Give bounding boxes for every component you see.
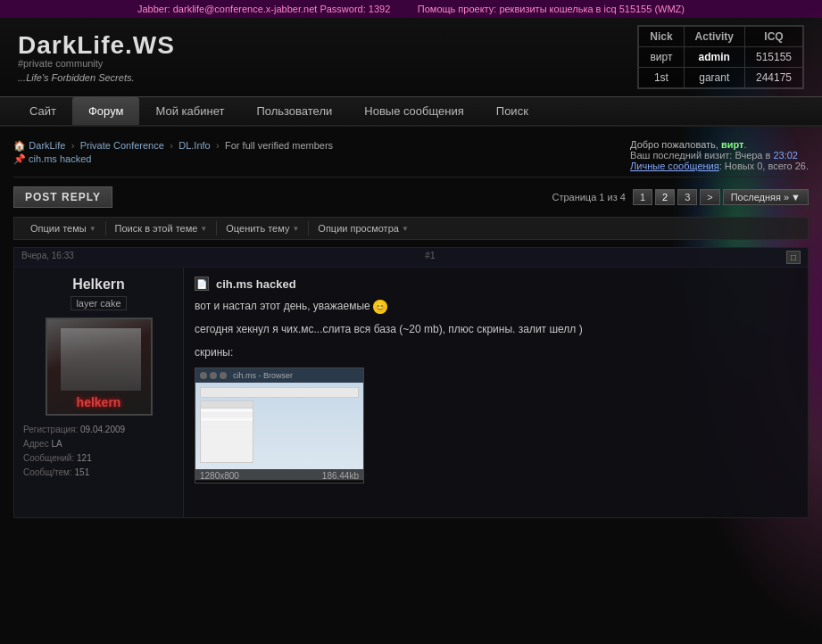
last-page-label: Последняя » [731,192,789,202]
option-search-arrow: ▼ [200,225,207,233]
last-visit-line: Ваш последний визит: Вчера в 23:02 [630,150,809,161]
stats-activity-1: admin [684,47,744,68]
option-rate[interactable]: Оценить тему ▼ [217,221,309,235]
post-user-column: Helkern layer cake helkern Регистрация: … [14,268,184,517]
post-text-1: вот и настал этот день, уважаемые 😊 [195,298,797,314]
smiley-icon: 😊 [373,300,387,314]
posts-count: 121 [77,453,92,463]
logo-tagline: ...Life's Forbidden Secrets. [18,72,637,83]
post-timestamp: Вчера, 16:33 [21,251,74,264]
option-search-label: Поиск в этой теме [115,223,198,234]
screenshots-label: скрины: [195,344,797,360]
option-view-label: Опции просмотра [318,223,399,234]
thread-title-breadcrumb: 📌 cih.ms hacked [13,153,333,165]
screenshot-title-bar: cih.ms - Browser [195,368,363,383]
screenshot-filesize: 186.44kb [322,471,359,481]
nav-item-search[interactable]: Поиск [480,97,544,125]
messages-link[interactable]: Личные сообщения [630,161,719,171]
post-number: #1 [425,251,435,264]
help-text: Помощь проекту: реквизиты кошелька в icq… [418,4,685,14]
registration-date: 09.04.2009 [80,425,125,434]
option-theme-label: Опции темы [30,223,87,234]
nav-item-forum[interactable]: Форум [72,97,140,125]
avatar-label: helkern [77,395,121,414]
option-theme[interactable]: Опции темы ▼ [21,221,106,235]
main-wrapper: 🏠 DarkLife › Private Conference › DL.Inf… [0,127,822,525]
nav-bar: Сайт Форум Мой кабинет Пользователи Новы… [0,96,822,127]
stats-icq-2: 244175 [744,68,802,88]
screenshot-inner [195,383,363,481]
address-label: Адрес [23,439,49,449]
breadcrumb-dlinfo[interactable]: DL.Info [179,140,210,151]
breadcrumb-arrow-2: › [170,140,173,151]
screenshot-window-title: cih.ms - Browser [233,371,293,380]
option-search[interactable]: Поиск в этой теме ▼ [106,221,218,235]
win-btn-2 [210,372,217,379]
thread-title-bc-text[interactable]: cih.ms hacked [29,153,91,164]
option-rate-label: Оценить тему [226,223,289,234]
table-row-4 [201,422,253,426]
topics-count: 151 [75,467,90,477]
address-row: Адрес LA [23,437,174,451]
avatar-inner: helkern [47,319,151,414]
post-reply-button[interactable]: POST REPLY [13,186,112,208]
stats-nick-1: вирт [639,47,684,68]
last-page-arrow: ▼ [791,192,801,202]
page-info: Страница 1 из 4 [552,192,625,202]
post-text-2: сегодня хекнул я чих.мс...слита вся база… [195,321,797,337]
welcome-text: Добро пожаловать, [630,139,718,150]
topics-row: Сообщ/тем: 151 [23,466,174,480]
stats-activity-2: garant [684,68,744,88]
breadcrumb-current: For full verified members [225,140,333,151]
header-stats: Nick Activity ICQ вирт admin 515155 1st … [637,25,804,89]
stats-nick-header: Nick [639,27,684,47]
breadcrumb: 🏠 DarkLife › Private Conference › DL.Inf… [13,139,333,165]
stats-activity-header: Activity [684,27,744,47]
pagination: Страница 1 из 4 1 2 3 > Последняя » ▼ [552,189,809,205]
stats-icq-header: ICQ [744,27,802,47]
screenshot-caption: 1280x800 186.44kb [195,469,363,483]
breadcrumb-darklife[interactable]: DarkLife [29,140,65,151]
thread-icon-bc: 📌 [13,153,26,164]
page-3-button[interactable]: 3 [677,189,697,205]
nav-item-newmessages[interactable]: Новые сообщения [348,97,480,125]
post-content-column: 📄 cih.ms hacked вот и настал этот день, … [184,268,808,517]
breadcrumb-arrow-3: › [216,140,220,151]
screenshot-dimensions: 1280x800 [200,471,239,481]
screenshots-text: скрины: [195,346,233,359]
nav-item-site[interactable]: Сайт [13,97,72,125]
registration-label: Регистрация: [23,425,78,434]
messages-count: Новых 0, всего 26. [725,161,809,171]
messages-line: Личные сообщения: Новых 0, всего 26. [630,161,809,171]
post-header: Вчера, 16:33 #1 □ [14,248,808,268]
jabber-info: Jabber: darklife@conference.x-jabber.net… [137,4,390,14]
post-title-bar: 📄 cih.ms hacked [195,277,797,291]
page-1-button[interactable]: 1 [633,189,652,205]
options-bar: Опции темы ▼ Поиск в этой теме ▼ Оценить… [13,217,809,240]
breadcrumb-conference[interactable]: Private Conference [80,140,164,151]
post-reply-bar: POST REPLY Страница 1 из 4 1 2 3 > После… [13,182,809,212]
logo-section: DarkLife.WS #private community ...Life's… [18,31,637,83]
nav-item-cabinet[interactable]: Мой кабинет [139,97,240,125]
last-visit-text: Ваш последний визит: Вчера в [630,150,770,161]
topics-label: Сообщ/тем: [23,467,72,477]
top-info-bar: Jabber: darklife@conference.x-jabber.net… [0,0,822,18]
post-doc-icon: 📄 [195,277,209,291]
page-2-button[interactable]: 2 [655,189,675,205]
next-page-button[interactable]: > [700,189,719,205]
screenshot-preview[interactable]: cih.ms - Browser [195,367,364,483]
post-body: Helkern layer cake helkern Регистрация: … [14,268,808,517]
last-visit-time: 23:02 [773,150,798,161]
option-view[interactable]: Опции просмотра ▼ [309,221,417,235]
header-area: DarkLife.WS #private community ...Life's… [0,18,822,96]
nav-item-users[interactable]: Пользователи [240,97,348,125]
table-header [201,401,253,409]
avatar-paper [61,328,141,391]
welcome-username[interactable]: вирт [721,139,744,150]
post-thread-title: cih.ms hacked [216,277,296,291]
breadcrumb-arrow-1: › [71,140,75,151]
post-author-name[interactable]: Helkern [23,277,174,293]
option-view-arrow: ▼ [402,225,409,233]
option-theme-arrow: ▼ [89,225,96,233]
last-page-button[interactable]: Последняя » ▼ [723,189,809,205]
